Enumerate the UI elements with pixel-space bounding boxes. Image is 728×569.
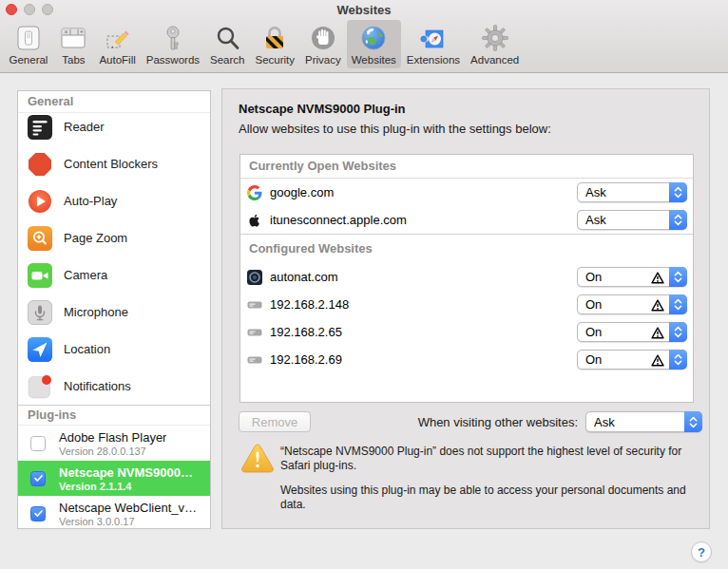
website-domain: google.com <box>270 185 334 199</box>
apple-favicon-icon <box>245 212 264 229</box>
sidebar-item-label: Reader <box>64 120 105 134</box>
sidebar-item-label: Location <box>64 342 110 356</box>
notifications-icon <box>28 374 52 399</box>
toolbar-item-general[interactable]: General <box>5 20 53 68</box>
camera-favicon-icon <box>245 269 264 286</box>
plugin-subtitle: Allow websites to use this plug-in with … <box>239 122 551 136</box>
advanced-icon <box>480 23 510 53</box>
plugin-item-adobe-flash-player[interactable]: Adobe Flash PlayerVersion 28.0.0.137 <box>18 426 210 461</box>
window-title: Websites <box>0 3 728 17</box>
search-icon <box>212 23 242 53</box>
stepper-icon[interactable] <box>669 322 687 342</box>
content-blockers-icon <box>28 152 52 177</box>
setting-value: Ask <box>578 185 606 199</box>
sidebar-item-page-zoom[interactable]: Page Zoom <box>18 219 210 256</box>
warning-small-icon <box>651 298 664 311</box>
website-row: google.comAsk <box>240 179 693 206</box>
sidebar-item-label: Camera <box>64 268 107 282</box>
website-setting-select[interactable]: Ask <box>577 182 687 202</box>
website-setting-select[interactable]: On <box>577 294 687 314</box>
plugin-name: Netscape NVMS9000… <box>59 465 193 480</box>
toolbar-item-security[interactable]: Security <box>250 20 299 68</box>
toolbar-item-label: Passwords <box>146 54 200 66</box>
plugin-name: Netscape WebClient_v… <box>59 501 197 515</box>
configured-header: Configured Websites <box>240 234 693 263</box>
plugin-version: Version 2.1.1.4 <box>59 481 193 492</box>
sidebar-general-header: General <box>18 91 210 113</box>
sidebar-item-label: Notifications <box>64 379 131 393</box>
generic-favicon-icon <box>245 351 264 369</box>
stepper-icon[interactable] <box>684 411 702 432</box>
toolbar-item-websites[interactable]: Websites <box>347 20 401 68</box>
plugin-item-netscape-nvms9000[interactable]: Netscape NVMS9000…Version 2.1.1.4 <box>18 461 210 496</box>
preferences-toolbar: General×+TabsAutoFillPasswordsSearchSecu… <box>0 19 728 68</box>
toolbar-item-autofill[interactable]: AutoFill <box>94 20 140 68</box>
toolbar-item-label: AutoFill <box>99 54 135 66</box>
toolbar-item-extensions[interactable]: Extensions <box>402 20 465 68</box>
toolbar-item-tabs[interactable]: ×+Tabs <box>53 20 93 68</box>
stepper-icon[interactable] <box>669 294 687 314</box>
toolbar-item-label: Search <box>210 54 244 66</box>
sidebar-item-microphone[interactable]: Microphone <box>18 294 210 331</box>
when-visiting-select[interactable]: Ask <box>585 411 702 432</box>
plugin-checkbox[interactable] <box>30 436 46 451</box>
svg-text:+: + <box>80 28 84 35</box>
plugin-item-netscape-webclient[interactable]: Netscape WebClient_v…Version 3.0.0.17 <box>18 496 210 529</box>
plugin-checkbox[interactable] <box>30 506 46 522</box>
microphone-icon <box>28 300 52 325</box>
page-zoom-icon <box>28 226 52 251</box>
help-button[interactable]: ? <box>691 541 712 562</box>
plugin-version: Version 28.0.0.137 <box>59 446 166 457</box>
websites-listbox: Currently Open Websites google.comAskitu… <box>239 154 694 403</box>
sidebar-item-camera[interactable]: Camera <box>18 256 210 294</box>
website-domain: 192.168.2.69 <box>270 352 342 367</box>
sidebar-item-reader[interactable]: Reader <box>18 108 210 145</box>
when-visiting-value: Ask <box>586 415 615 429</box>
sidebar-item-location[interactable]: Location <box>18 331 210 368</box>
website-setting-select[interactable]: On <box>577 322 687 342</box>
general-icon <box>13 23 44 53</box>
stepper-icon[interactable] <box>669 267 687 287</box>
stepper-icon[interactable] <box>669 182 687 202</box>
website-domain: 192.168.2.65 <box>270 325 342 339</box>
camera-icon <box>28 263 52 288</box>
google-favicon-icon <box>245 184 264 201</box>
sidebar-item-content-blockers[interactable]: Content Blockers <box>18 145 210 182</box>
remove-button[interactable]: Remove <box>239 411 311 432</box>
sidebar-item-notifications[interactable]: Notifications <box>18 368 210 405</box>
sidebar-general-list: ReaderContent BlockersAuto-PlayPage Zoom… <box>18 108 210 405</box>
toolbar-item-label: Security <box>255 54 295 66</box>
website-row: autonat.comOn <box>240 263 693 291</box>
setting-value: On <box>578 270 602 284</box>
warning-small-icon <box>651 353 664 366</box>
warning-triangle-icon <box>240 443 275 473</box>
stepper-icon[interactable] <box>669 210 687 230</box>
warning-paragraph-1: “Netscape NVMS9000 Plug-in” does not sup… <box>280 445 702 473</box>
setting-value: On <box>578 352 602 367</box>
sidebar-item-label: Content Blockers <box>64 157 158 171</box>
currently-open-list: google.comAskitunesconnect.apple.comAsk <box>240 179 693 234</box>
toolbar-item-search[interactable]: Search <box>205 20 249 68</box>
setting-value: On <box>578 297 602 312</box>
website-row: 192.168.2.65On <box>240 318 693 346</box>
websites-icon <box>358 23 389 53</box>
toolbar-item-privacy[interactable]: Privacy <box>300 20 346 68</box>
sidebar-item-auto-play[interactable]: Auto-Play <box>18 182 210 219</box>
generic-favicon-icon <box>245 324 264 341</box>
warning-text: “Netscape NVMS9000 Plug-in” does not sup… <box>280 445 702 522</box>
toolbar-item-passwords[interactable]: Passwords <box>142 20 204 68</box>
toolbar-item-label: Advanced <box>470 54 519 66</box>
website-setting-select[interactable]: Ask <box>577 210 687 230</box>
website-setting-select[interactable]: On <box>577 267 687 287</box>
plugin-text: Netscape NVMS9000…Version 2.1.1.4 <box>59 465 193 492</box>
website-setting-select[interactable]: On <box>577 350 687 370</box>
plugin-text: Adobe Flash PlayerVersion 28.0.0.137 <box>59 430 166 457</box>
toolbar-item-advanced[interactable]: Advanced <box>466 20 524 68</box>
plugin-checkbox[interactable] <box>30 471 46 486</box>
plugin-title: Netscape NVMS9000 Plug-in <box>239 102 406 116</box>
website-domain: itunesconnect.apple.com <box>270 213 407 227</box>
website-row: itunesconnect.apple.comAsk <box>240 206 693 234</box>
sidebar: General ReaderContent BlockersAuto-PlayP… <box>17 90 211 529</box>
stepper-icon[interactable] <box>669 350 687 370</box>
window-chrome: Websites General×+TabsAutoFillPasswordsS… <box>0 0 728 73</box>
